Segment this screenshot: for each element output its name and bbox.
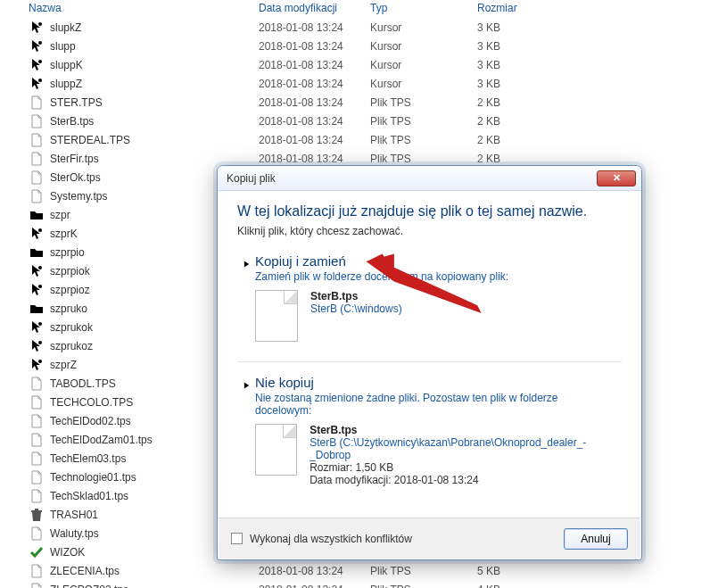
- file-icon: [29, 433, 45, 447]
- file-row[interactable]: STERDEAL.TPS2018-01-08 13:24Plik TPS2 KB: [0, 130, 718, 149]
- file-row[interactable]: sluppZ2018-01-08 13:24Kursor3 KB: [0, 74, 718, 93]
- file-date: 2018-01-08 13:24: [259, 78, 370, 90]
- file-type: Plik TPS: [370, 584, 477, 589]
- file-icon: [29, 170, 45, 185]
- header-date[interactable]: Data modyfikacji: [259, 2, 370, 14]
- close-icon: ✕: [613, 172, 621, 184]
- cursor-icon: [29, 339, 45, 353]
- file-icon: [29, 395, 45, 410]
- file-size: 2 KB: [477, 153, 549, 165]
- file-date: 2018-01-08 13:24: [259, 565, 370, 577]
- header-size[interactable]: Rozmiar: [477, 2, 549, 14]
- dialog-footer: Wykonaj dla wszystkich konfliktów Anuluj: [219, 518, 640, 559]
- option1-desc: Zamień plik w folderze docelowym na kopi…: [255, 270, 612, 283]
- option1-filename: SterB.tps: [310, 290, 402, 302]
- right-arrow-icon: [237, 375, 255, 486]
- file-size: 2 KB: [477, 96, 549, 109]
- file-row[interactable]: slupp2018-01-08 13:24Kursor3 KB: [0, 37, 718, 55]
- file-size: 2 KB: [477, 134, 549, 146]
- option-copy-replace[interactable]: Kopiuj i zamień Zamień plik w folderze d…: [237, 253, 622, 342]
- file-icon: [29, 152, 45, 166]
- file-icon: [29, 470, 45, 484]
- right-arrow-icon: [237, 253, 255, 342]
- file-row[interactable]: ZLECPOZ02.tps2018-01-08 13:24Plik TPS4 K…: [0, 580, 718, 588]
- file-date: 2018-01-08 13:24: [259, 584, 370, 589]
- file-icon: [255, 424, 297, 476]
- folder-icon: [29, 245, 45, 260]
- file-icon: [29, 133, 45, 147]
- file-name: sluppK: [50, 59, 259, 71]
- cursor-icon: [29, 320, 45, 335]
- copy-file-dialog: Kopiuj plik ✕ W tej lokalizacji już znaj…: [217, 165, 642, 560]
- file-icon: [255, 290, 298, 342]
- option1-location: SterB (C:\windows): [310, 302, 402, 315]
- file-date: 2018-01-08 13:24: [259, 40, 370, 53]
- file-type: Plik TPS: [370, 96, 477, 109]
- divider: [237, 361, 622, 362]
- file-name: ZLECENIA.tps: [50, 565, 259, 577]
- file-name: SterB.tps: [50, 115, 259, 128]
- option1-title: Kopiuj i zamień: [255, 253, 622, 269]
- file-icon: [29, 377, 45, 391]
- cancel-button[interactable]: Anuluj: [564, 528, 628, 550]
- file-row[interactable]: STER.TPS2018-01-08 13:24Plik TPS2 KB: [0, 93, 718, 112]
- dialog-subline: Kliknij plik, który chcesz zachować.: [237, 225, 622, 237]
- file-row[interactable]: sluppK2018-01-08 13:24Kursor3 KB: [0, 55, 718, 74]
- file-size: 3 KB: [477, 21, 549, 34]
- option2-size: Rozmiar: 1,50 KB: [309, 461, 622, 474]
- cursor-icon: [29, 58, 45, 72]
- file-icon: [29, 489, 45, 503]
- file-type: Kursor: [370, 21, 477, 34]
- close-button[interactable]: ✕: [597, 170, 636, 186]
- cursor-icon: [29, 227, 45, 241]
- file-size: 3 KB: [477, 59, 549, 71]
- header-type[interactable]: Typ: [370, 2, 477, 14]
- file-icon: [29, 564, 45, 578]
- file-icon: [29, 451, 45, 466]
- file-type: Kursor: [370, 59, 477, 71]
- dialog-title: Kopiuj plik: [227, 172, 276, 185]
- file-name: slupkZ: [50, 21, 259, 34]
- dialog-titlebar[interactable]: Kopiuj plik ✕: [218, 166, 641, 191]
- cursor-icon: [29, 21, 45, 35]
- folder-icon: [29, 208, 45, 222]
- file-icon: [29, 95, 45, 110]
- file-name: ZLECPOZ02.tps: [50, 584, 259, 589]
- dialog-headline: W tej lokalizacji już znajduje się plik …: [237, 203, 622, 219]
- header-name[interactable]: Nazwa: [0, 2, 259, 14]
- folder-icon: [29, 302, 45, 316]
- cursor-icon: [29, 77, 45, 91]
- option-dont-copy[interactable]: Nie kopiuj Nie zostaną zmienione żadne p…: [237, 375, 622, 486]
- file-size: 5 KB: [477, 565, 549, 577]
- file-icon: [29, 414, 45, 428]
- cursor-icon: [29, 283, 45, 297]
- file-type: Plik TPS: [370, 565, 477, 577]
- file-icon: [29, 583, 45, 589]
- file-icon: [29, 114, 45, 128]
- file-name: STER.TPS: [50, 96, 259, 109]
- file-type: Plik TPS: [370, 153, 477, 165]
- trash-icon: [29, 508, 45, 522]
- option2-filename: SterB.tps: [309, 424, 622, 436]
- cursor-icon: [29, 264, 45, 278]
- file-name: sluppZ: [50, 78, 259, 90]
- cursor-icon: [29, 39, 45, 54]
- file-date: 2018-01-08 13:24: [259, 134, 370, 146]
- file-date: 2018-01-08 13:24: [259, 21, 370, 34]
- file-size: 3 KB: [477, 78, 549, 90]
- apply-all-checkbox[interactable]: [231, 533, 243, 544]
- file-row[interactable]: ZLECENIA.tps2018-01-08 13:24Plik TPS5 KB: [0, 561, 718, 580]
- option2-date: Data modyfikacji: 2018-01-08 13:24: [309, 474, 622, 486]
- file-type: Kursor: [370, 78, 477, 90]
- file-row[interactable]: slupkZ2018-01-08 13:24Kursor3 KB: [0, 18, 718, 37]
- file-row[interactable]: SterB.tps2018-01-08 13:24Plik TPS2 KB: [0, 112, 718, 130]
- file-date: 2018-01-08 13:24: [259, 115, 370, 128]
- option2-location: SterB (C:\Użytkownicy\kazan\Pobrane\Okno…: [309, 436, 622, 461]
- file-icon: [29, 526, 45, 541]
- file-name: STERDEAL.TPS: [50, 134, 259, 146]
- file-date: 2018-01-08 13:24: [259, 96, 370, 109]
- file-name: SterFir.tps: [50, 153, 259, 165]
- file-name: slupp: [50, 40, 259, 53]
- file-size: 3 KB: [477, 40, 549, 53]
- file-date: 2018-01-08 13:24: [259, 59, 370, 71]
